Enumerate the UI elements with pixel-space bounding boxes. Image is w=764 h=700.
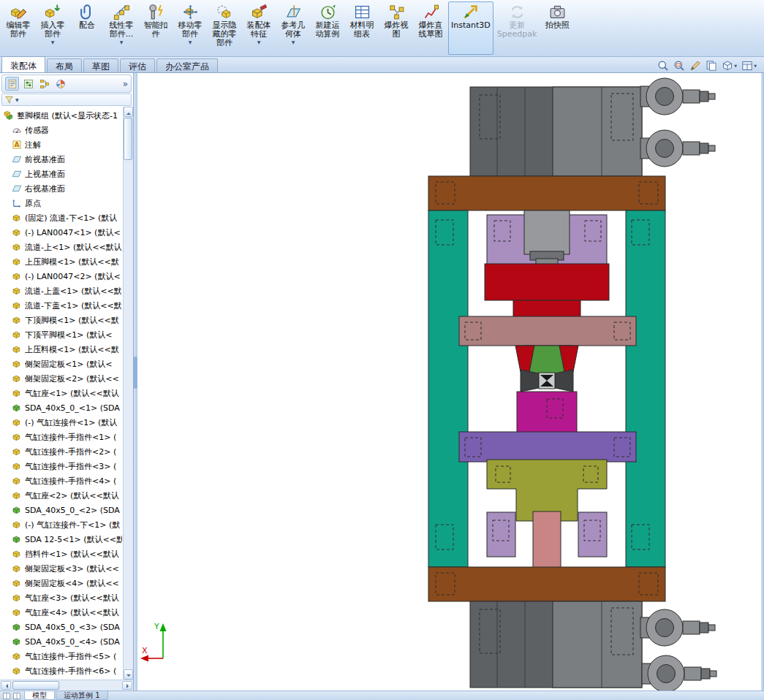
part-block-magenta[interactable] [517,392,577,436]
tree-item-7[interactable]: 原点 [0,196,122,210]
tree-item-11[interactable]: 上压脚模<1> (默认<<默 [0,254,122,269]
tree-item-16[interactable]: 下顶平脚模<1> (默认< [0,327,122,342]
tree-item-18[interactable]: 侧架固定板<1> (默认< [0,357,122,371]
tree-item-21[interactable]: SDA_40x5_0_<1> (SDA [0,400,122,415]
tree-item-19[interactable]: 侧架固定板<2> (默认<< [0,371,122,386]
part-gripper-jaws[interactable] [521,370,573,392]
bottom-tab-model[interactable]: 模型 [24,691,55,700]
toolbar-button-reference-geometry[interactable]: 参考几 何体▼ [276,1,310,55]
toolbar-button-explode-line-sketch[interactable]: 爆炸直 线草图 [414,1,447,55]
tree-item-9[interactable]: (-) LAN0047<1> (默认< [0,225,122,240]
tree-vertical-scrollbar[interactable] [123,107,133,680]
part-air-fitting-top-2[interactable] [640,130,715,167]
part-air-fitting-top-1[interactable] [640,78,715,115]
toolbar-button-update-speedpak[interactable]: 更新 Speedpak [494,1,540,55]
tree-item-5[interactable]: 上视基准面 [0,167,122,181]
toolbar-button-new-motion-study[interactable]: 新建运 动算例 [311,1,344,55]
filter-dropdown-caret-icon[interactable]: ▼ [15,97,19,102]
tab-layout[interactable]: 布局 [47,58,82,72]
tree-item-39[interactable]: 气缸连接件-手指件<6> ( [0,663,122,678]
toolbar-button-assembly-features[interactable]: 装配体 特征▼ [242,1,276,55]
part-air-fitting-bottom-1[interactable] [640,609,715,646]
toolbar-button-edit-component[interactable]: 编辑零 部件 [1,1,35,55]
tree-item-2[interactable]: 传感器 [0,123,122,137]
tree-item-1[interactable]: 整脚模组 (默认<显示状态-1 [0,108,122,123]
panel-expand-button[interactable]: » [123,80,128,88]
toolbar-button-bill-of-materials[interactable]: 材料明 细表 [345,1,379,55]
tree-item-37[interactable]: SDA_40x5_0_<4> (SDA [0,634,122,649]
scroll-left-button[interactable] [1,681,11,690]
tree-item-27[interactable]: 气缸座<2> (默认<<默认 [0,488,122,503]
scroll-right-button[interactable] [122,681,132,690]
dropdown-caret-icon[interactable]: ▼ [754,64,757,68]
pane-split-icon[interactable] [2,692,11,700]
view-tool-zoom-fit[interactable] [657,59,669,72]
part-cross-bar-rosy[interactable] [459,316,636,346]
toolbar-button-smart-fasteners[interactable]: 智能扣 件 [139,1,173,55]
part-side-frame-right[interactable] [626,210,665,567]
view-tool-view-orientation[interactable]: ▼ [741,59,757,72]
part-top-clamp-bar[interactable] [428,176,665,210]
part-lower-cylinder-pink[interactable] [533,511,561,568]
part-center-cylinder-gray[interactable] [524,210,570,265]
tab-office-products[interactable]: 办公室产品 [156,58,218,72]
model-canvas[interactable]: Y X [137,73,764,691]
tree-item-35[interactable]: 气缸座<4> (默认<<默认 [0,605,122,620]
part-air-fitting-bottom-2[interactable] [642,655,716,691]
tree-horizontal-scrollbar[interactable] [0,680,133,691]
view-tool-section-view[interactable] [689,59,701,72]
toolbar-button-instant3d[interactable]: Instant3D [448,1,493,55]
part-bottom-clamp-bar[interactable] [428,567,665,601]
tree-item-38[interactable]: 气缸连接件-手指件<5> ( [0,649,122,663]
tab-assembly[interactable]: 装配体 [1,56,45,72]
tree-item-3[interactable]: A注解 [0,137,122,152]
part-cylinder-block-top[interactable] [470,87,642,176]
view-tool-view-settings[interactable] [706,59,717,72]
part-lower-block-purple-right[interactable] [578,512,607,557]
tree-item-25[interactable]: 气缸连接件-手指件<3> ( [0,459,122,473]
tree-item-14[interactable]: 流道-下盖<1> (默认<<默 [0,298,122,313]
dropdown-caret-icon[interactable]: ▼ [189,39,192,45]
part-side-frame-left[interactable] [428,210,468,567]
part-lower-block-purple-left[interactable] [487,512,515,557]
panel-tab-featuremanager[interactable] [5,77,19,91]
tree-item-28[interactable]: SDA_40x5_0_<2> (SDA [0,503,122,517]
tree-item-36[interactable]: SDA_40x5_0_<3> (SDA [0,620,122,634]
tree-item-13[interactable]: 流道-上盖<1> (默认<<默 [0,284,122,298]
panel-tab-propertymanager[interactable] [21,77,35,91]
tree-item-17[interactable]: 上压料模<1> (默认<<默 [0,342,122,357]
view-tool-display-style[interactable]: ▼ [722,59,737,72]
bottom-tab-motion-study-1[interactable]: 运动算例 1 [56,691,108,700]
panel-tab-displaymanager[interactable] [53,77,67,91]
vertical-scrollbar-thumb[interactable] [124,118,132,160]
horizontal-scrollbar-thumb[interactable] [12,681,59,690]
tree-item-15[interactable]: 下顶脚模<1> (默认<<默 [0,313,122,327]
toolbar-button-show-hidden-components[interactable]: 显示隐 藏的零 部件 [208,1,241,55]
tree-item-34[interactable]: 气缸座<3> (默认<<默认 [0,590,122,605]
tree-item-4[interactable]: 前视基准面 [0,152,122,167]
view-tool-zoom-area[interactable] [673,59,685,72]
dropdown-caret-icon[interactable]: ▼ [734,64,737,68]
tree-item-12[interactable]: (-) LAN0047<2> (默认< [0,269,122,284]
tree-item-10[interactable]: 流道-上<1> (默认<<默认 [0,240,122,254]
tree-item-22[interactable]: (-) 气缸连接件<1> (默认 [0,415,122,430]
tree-item-30[interactable]: SDA 12-5<1> (默认<<默 [0,532,122,547]
tree-item-33[interactable]: 侧架固定板<4> (默认<< [0,576,122,590]
tree-item-23[interactable]: 气缸连接件-手指件<1> ( [0,430,122,444]
part-upper-die-red[interactable] [485,264,609,319]
scroll-down-button[interactable] [124,669,133,680]
tab-evaluate[interactable]: 评估 [120,58,155,72]
panel-tab-configurationmanager[interactable] [37,77,51,91]
toolbar-button-move-component[interactable]: 移动零 部件▼ [173,1,207,55]
toolbar-button-mate[interactable]: 配合 [70,1,104,55]
toolbar-button-insert-component[interactable]: 插入零 部件▼ [36,1,69,55]
tree-item-20[interactable]: 气缸座<1> (默认<<默认 [0,386,122,400]
tab-sketch[interactable]: 草图 [83,58,118,72]
toolbar-button-take-snapshot[interactable]: 拍快照 [540,1,574,55]
scroll-up-button[interactable] [124,107,133,117]
tree-item-8[interactable]: (固定) 流道-下<1> (默认 [0,210,122,225]
tree-item-32[interactable]: 侧架固定板<3> (默认<< [0,561,122,576]
toolbar-button-linear-component-pattern[interactable]: 线性零 部件...▼ [105,1,138,55]
tree-item-31[interactable]: 挡料件<1> (默认<<默认 [0,547,122,561]
dropdown-caret-icon[interactable]: ▼ [120,39,124,45]
